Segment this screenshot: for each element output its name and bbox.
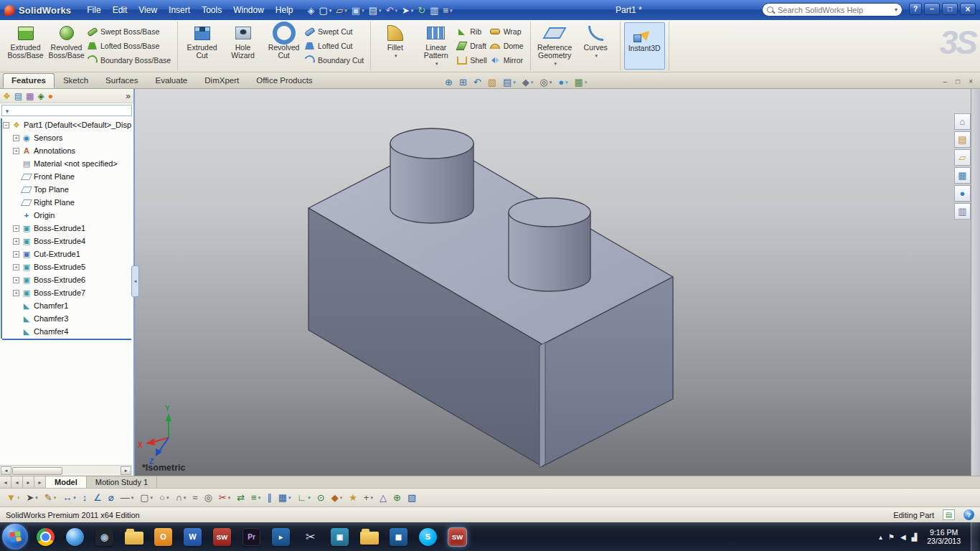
tree-item[interactable]: Sensors xyxy=(0,131,133,144)
close-button[interactable] xyxy=(960,3,976,15)
task-pane-tab-icon[interactable]: ▱ xyxy=(954,149,971,166)
search-dropdown-icon[interactable]: ▾ xyxy=(895,6,897,13)
task-pane-tab-icon[interactable]: ⌂ xyxy=(954,113,971,130)
tree-item[interactable]: Cut-Extrude1 xyxy=(0,248,133,260)
sketch-tool-icon[interactable]: ➤ xyxy=(26,493,37,502)
revolved-boss-button[interactable]: Revolved Boss/Base xyxy=(46,22,87,70)
tray-icon[interactable]: ▴ xyxy=(879,533,882,541)
draft-button[interactable]: Draft xyxy=(456,40,489,52)
sketch-tool-icon[interactable]: ∟ xyxy=(298,493,311,502)
tree-item[interactable]: Chamfer1 xyxy=(0,299,133,312)
rib-button[interactable]: Rib xyxy=(456,26,489,38)
swept-cut-button[interactable]: Swept Cut xyxy=(304,26,367,38)
tree-item[interactable]: Boss-Extrude4 xyxy=(0,235,133,248)
sketch-tool-icon[interactable]: △ xyxy=(380,493,387,502)
tree-item[interactable]: Boss-Extrude1 xyxy=(0,222,133,235)
sketch-tool-icon[interactable]: ∥ xyxy=(267,493,272,502)
view-tool-icon[interactable]: ◎ xyxy=(540,77,552,87)
search-box[interactable]: ▾ xyxy=(762,3,903,17)
dome-button[interactable]: Dome xyxy=(490,40,527,52)
tab-model[interactable]: Model xyxy=(46,476,87,488)
fillet-button[interactable]: Fillet xyxy=(374,22,415,70)
boundary-cut-button[interactable]: Boundary Cut xyxy=(304,55,367,67)
expand-toggle[interactable] xyxy=(13,148,19,154)
sketch-tool-icon[interactable]: ⇄ xyxy=(237,493,245,502)
manager-tab-icon[interactable]: ▦ xyxy=(26,92,34,100)
sketch-tool-icon[interactable]: ▧ xyxy=(407,493,416,502)
scroll-thumb[interactable] xyxy=(12,467,62,475)
taskbar-app-icon[interactable] xyxy=(355,523,383,550)
task-pane-tab-icon[interactable]: ● xyxy=(954,185,971,202)
task-pane-tab-icon[interactable]: ▦ xyxy=(954,167,971,184)
menu-item[interactable]: Edit xyxy=(107,1,133,19)
expand-toggle[interactable] xyxy=(13,251,19,258)
toolbar-icon[interactable]: ▤ xyxy=(369,6,382,15)
tree-horizontal-scrollbar[interactable]: ◂ ▸ xyxy=(0,465,132,476)
maximize-button[interactable] xyxy=(942,3,958,15)
sketch-tool-icon[interactable]: ↕ xyxy=(83,493,88,502)
menu-item[interactable]: Tools xyxy=(196,1,227,19)
tree-item[interactable]: Front Plane xyxy=(0,170,133,183)
expand-toggle[interactable] xyxy=(13,135,19,141)
toolbar-icon[interactable]: ▱ xyxy=(336,6,347,15)
tab-scroll-right-icon[interactable] xyxy=(23,476,34,488)
tray-icon[interactable]: ⚑ xyxy=(888,533,895,541)
graphics-area[interactable]: Y X Z *Isometric xyxy=(135,89,980,476)
sketch-tool-icon[interactable]: ✂ xyxy=(219,493,230,502)
taskbar-app-icon[interactable]: SW xyxy=(443,523,471,550)
tab-office-products[interactable]: Office Products xyxy=(248,73,321,88)
menu-item[interactable]: Help xyxy=(270,1,299,19)
toolbar-icon[interactable]: ▥ xyxy=(430,6,438,15)
manager-tab-icon[interactable]: ● xyxy=(48,92,53,100)
toolbar-icon[interactable]: ≡ xyxy=(443,6,453,15)
quick-tips-icon[interactable] xyxy=(963,509,974,520)
doc-restore-icon[interactable] xyxy=(956,77,960,85)
sketch-tool-icon[interactable]: ∠ xyxy=(93,493,102,502)
mirror-button[interactable]: Mirror xyxy=(490,55,527,67)
extruded-cut-button[interactable]: Extruded Cut xyxy=(182,22,222,70)
tree-item[interactable]: Part1 (Default<<Default>_Disp xyxy=(0,118,133,131)
taskbar-app-icon[interactable]: S xyxy=(414,523,442,550)
view-tool-icon[interactable]: ⊕ xyxy=(445,77,453,87)
taskbar-app-icon[interactable] xyxy=(61,523,89,550)
manager-tab-icon[interactable]: » xyxy=(126,92,131,100)
tree-item[interactable]: Boss-Extrude7 xyxy=(0,286,133,299)
toolbar-icon[interactable]: ➤ xyxy=(402,6,413,15)
instant3d-button[interactable]: Instant3D xyxy=(624,22,665,70)
sketch-tool-icon[interactable]: ≡ xyxy=(251,493,260,502)
tab-features[interactable]: Features xyxy=(3,73,55,88)
tab-scroll-left-icon[interactable] xyxy=(11,476,23,488)
taskbar-app-icon[interactable]: Pr xyxy=(237,523,265,550)
extruded-boss-button[interactable]: Extruded Boss/Base xyxy=(5,22,46,70)
taskbar-app-icon[interactable] xyxy=(120,523,148,550)
tray-icon[interactable]: ▟ xyxy=(912,533,918,541)
tray-icon[interactable]: ◀ xyxy=(900,533,906,541)
start-button[interactable] xyxy=(2,524,28,550)
wrap-button[interactable]: Wrap xyxy=(490,26,527,38)
taskbar-app-icon[interactable]: O xyxy=(149,523,177,550)
show-desktop-button[interactable] xyxy=(971,522,979,551)
sketch-tool-icon[interactable]: ▼ xyxy=(6,493,19,502)
sketch-tool-icon[interactable]: + xyxy=(364,493,373,502)
expand-toggle[interactable] xyxy=(13,225,19,232)
manager-tab-icon[interactable]: ▤ xyxy=(14,92,22,100)
sketch-tool-icon[interactable]: ⊕ xyxy=(393,493,401,502)
expand-toggle[interactable] xyxy=(13,277,19,283)
sketch-tool-icon[interactable]: ⌀ xyxy=(108,493,114,502)
hole-wizard-button[interactable]: Hole Wizard xyxy=(222,22,263,70)
reference-geometry-button[interactable]: Reference Geometry xyxy=(534,22,575,70)
sketch-tool-icon[interactable]: ◎ xyxy=(204,493,212,502)
sketch-tool-icon[interactable]: ↔ xyxy=(62,493,76,502)
sketch-tool-icon[interactable]: ― xyxy=(121,493,134,502)
toolbar-icon[interactable]: ↶ xyxy=(385,6,397,15)
help-button[interactable] xyxy=(909,3,922,15)
tree-filter-box[interactable] xyxy=(1,105,132,116)
view-tool-icon[interactable]: ● xyxy=(558,77,567,87)
taskbar-app-icon[interactable]: SW xyxy=(208,523,236,550)
expand-toggle[interactable] xyxy=(13,290,19,296)
taskbar-app-icon[interactable]: ◉ xyxy=(90,523,118,550)
sketch-tool-icon[interactable]: ▦ xyxy=(278,493,291,502)
task-pane-tab-icon[interactable]: ▥ xyxy=(954,203,971,220)
tree-item[interactable]: Chamfer4 xyxy=(0,325,133,338)
taskbar-app-icon[interactable]: ▦ xyxy=(385,523,413,550)
